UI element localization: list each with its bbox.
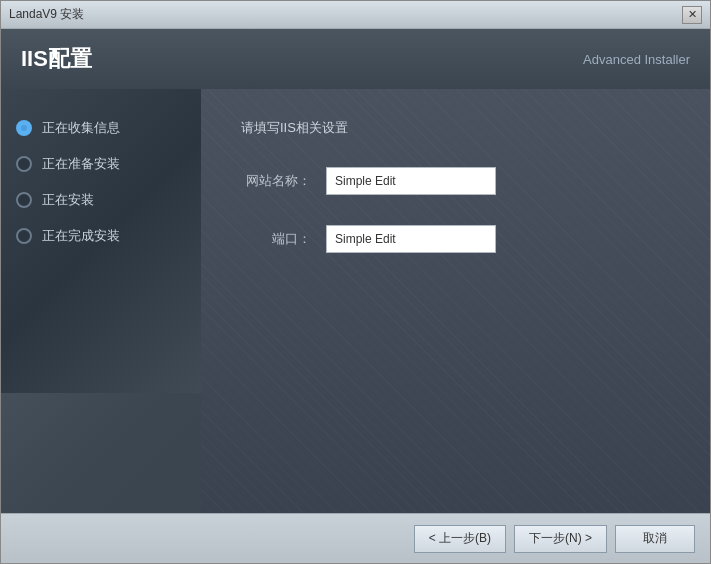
form-label-0: 网站名称： xyxy=(241,172,311,190)
close-button[interactable]: ✕ xyxy=(682,6,702,24)
radio-dot-0 xyxy=(21,125,27,131)
title-bar: LandaV9 安装 ✕ xyxy=(1,1,710,29)
website-name-input[interactable] xyxy=(326,167,496,195)
radio-2 xyxy=(16,192,32,208)
sidebar-label-2: 正在安装 xyxy=(42,191,94,209)
cancel-button[interactable]: 取消 xyxy=(615,525,695,553)
brand-label: Advanced Installer xyxy=(583,52,690,67)
port-input[interactable] xyxy=(326,225,496,253)
sidebar-item-0: 正在收集信息 xyxy=(16,119,186,137)
page-title: IIS配置 xyxy=(21,44,92,74)
radio-3 xyxy=(16,228,32,244)
bottom-bar: < 上一步(B) 下一步(N) > 取消 xyxy=(1,513,710,563)
back-button[interactable]: < 上一步(B) xyxy=(414,525,506,553)
sidebar-label-3: 正在完成安装 xyxy=(42,227,120,245)
next-button[interactable]: 下一步(N) > xyxy=(514,525,607,553)
main-content: 请填写IIS相关设置 网站名称： 端口： xyxy=(201,89,710,513)
installer-window: LandaV9 安装 ✕ IIS配置 Advanced Installer 正在… xyxy=(0,0,711,564)
radio-1 xyxy=(16,156,32,172)
sidebar-label-0: 正在收集信息 xyxy=(42,119,120,137)
content-area: 正在收集信息 正在准备安装 正在安装 正在完成安装 请填写IIS相关设置 网站名… xyxy=(1,89,710,513)
form-row-1: 端口： xyxy=(241,225,670,253)
title-bar-text: LandaV9 安装 xyxy=(9,6,84,23)
form-label-1: 端口： xyxy=(241,230,311,248)
sidebar: 正在收集信息 正在准备安装 正在安装 正在完成安装 xyxy=(1,89,201,513)
sidebar-item-3: 正在完成安装 xyxy=(16,227,186,245)
radio-0 xyxy=(16,120,32,136)
sidebar-item-2: 正在安装 xyxy=(16,191,186,209)
form-description: 请填写IIS相关设置 xyxy=(241,119,670,137)
sidebar-label-1: 正在准备安装 xyxy=(42,155,120,173)
form-row-0: 网站名称： xyxy=(241,167,670,195)
header: IIS配置 Advanced Installer xyxy=(1,29,710,89)
sidebar-item-1: 正在准备安装 xyxy=(16,155,186,173)
